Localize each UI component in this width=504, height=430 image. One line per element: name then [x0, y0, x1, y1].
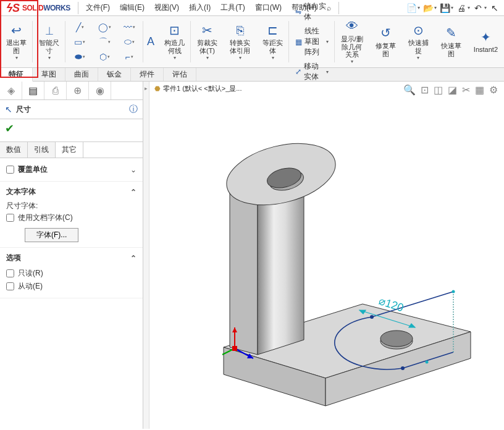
- repair-sketch-button[interactable]: ↺ 修复草 图: [373, 25, 398, 59]
- subtab-value[interactable]: 数值: [0, 142, 28, 158]
- tab-evaluate[interactable]: 评估: [164, 68, 196, 81]
- exit-sketch-icon: ↩: [9, 23, 24, 38]
- convert-label: 转换实 体引用: [230, 39, 250, 54]
- construction-icon: ⊡: [167, 23, 182, 38]
- svg-point-12: [370, 315, 374, 319]
- subtab-leader[interactable]: 引线: [28, 142, 56, 158]
- svg-point-8: [380, 331, 413, 347]
- model-viewport[interactable]: ⌀120: [149, 82, 504, 429]
- mirror-entities-button[interactable]: ⇋ 镜向实体: [293, 0, 331, 23]
- qat-new-button[interactable]: 📄: [405, 1, 421, 15]
- slot-tool[interactable]: ⬬: [69, 50, 90, 64]
- readonly-checkbox[interactable]: [6, 269, 14, 277]
- menu-edit[interactable]: 编辑(E): [115, 0, 149, 15]
- font-button[interactable]: 字体(F)...: [25, 228, 78, 242]
- qat-undo-button[interactable]: ↶: [471, 1, 488, 15]
- logo-solid-text: SOLID: [22, 4, 43, 12]
- ok-button[interactable]: ✔: [5, 122, 14, 135]
- new-file-icon: 📄: [406, 2, 417, 14]
- tree-tab-display[interactable]: ◉: [89, 82, 111, 99]
- tree-tab-dimexpert[interactable]: ⊕: [67, 82, 89, 99]
- polygon-tool[interactable]: ⬡: [94, 50, 115, 64]
- rapid-label: 快速草 图: [441, 42, 461, 57]
- trim-label: 剪裁实 体(T): [197, 39, 217, 54]
- options-chevron-icon[interactable]: ⌃: [130, 254, 136, 263]
- circle-tool[interactable]: ◯: [94, 20, 115, 34]
- rapid-sketch-button[interactable]: ✎ 快速草 图: [439, 25, 464, 59]
- svg-rect-24: [232, 346, 237, 351]
- instant2d-button[interactable]: ✦ Instant2: [471, 28, 500, 55]
- convert-icon: ⎘: [233, 23, 248, 38]
- panel-help-icon[interactable]: ⓘ: [129, 104, 138, 115]
- text-tool[interactable]: A: [147, 35, 154, 48]
- linear-pattern-button[interactable]: ▦ 线性草图阵列 ▾: [293, 25, 331, 59]
- rapid-icon: ✎: [443, 26, 458, 41]
- snap-label: 快速捕 捉: [408, 39, 429, 54]
- menu-file[interactable]: 文件(F): [81, 0, 115, 15]
- trim-button[interactable]: ✂ 剪裁实 体(T): [195, 22, 220, 61]
- tree-tab-feature[interactable]: ◈: [0, 82, 22, 99]
- text-font-chevron-icon[interactable]: ⌃: [130, 188, 136, 196]
- quick-snap-button[interactable]: ⊙ 快速捕 捉: [406, 22, 431, 61]
- text-font-heading: 文本字体: [6, 187, 36, 197]
- menu-insert[interactable]: 插入(I): [184, 0, 216, 15]
- exit-sketch-button[interactable]: ↩ 退出草 图: [4, 22, 29, 61]
- tree-tab-config[interactable]: ⎙: [44, 82, 67, 99]
- fillet-tool[interactable]: ⌐: [119, 50, 140, 64]
- snap-icon: ⊙: [411, 23, 426, 38]
- logo-works-text: WORKS: [43, 4, 70, 12]
- undo-icon: ↶: [472, 2, 484, 14]
- rectangle-tool[interactable]: ▭: [69, 35, 90, 49]
- offset-label: 等距实 体: [262, 39, 283, 54]
- offset-entities-button[interactable]: ⊏ 等距实 体: [260, 22, 285, 61]
- instant-label: Instant2: [474, 46, 498, 54]
- menu-tools[interactable]: 工具(T): [216, 0, 250, 15]
- move-entities-button[interactable]: ⤢ 移动实体 ▾: [293, 60, 331, 83]
- tab-feature[interactable]: 特征: [0, 68, 33, 82]
- subtab-other[interactable]: 其它: [56, 142, 83, 158]
- tree-tab-property[interactable]: ▤: [22, 82, 44, 99]
- tab-surface[interactable]: 曲面: [65, 68, 98, 81]
- collapse-arrow-icon: ▸: [145, 85, 148, 91]
- ellipse-tool[interactable]: ⬭: [119, 35, 140, 49]
- svg-point-15: [452, 290, 455, 293]
- offset-icon: ⊏: [266, 23, 280, 38]
- relations-label: 显示/删 除几何 关系: [341, 35, 363, 59]
- readonly-label: 只读(R): [18, 268, 43, 279]
- pattern-icon: ▦: [295, 38, 302, 46]
- panel-collapse-handle[interactable]: ▸: [143, 82, 149, 429]
- use-doc-font-label: 使用文档字体(C): [18, 213, 73, 223]
- open-icon: 📂: [422, 2, 434, 14]
- app-logo: ϟS SOLIDWORKS: [0, 0, 75, 15]
- tab-weldment[interactable]: 焊件: [131, 68, 164, 81]
- override-units-chevron-icon[interactable]: ⌄: [130, 166, 136, 174]
- menu-window[interactable]: 窗口(W): [250, 0, 287, 15]
- tab-sketch[interactable]: 草图: [33, 68, 65, 81]
- qat-open-button[interactable]: 📂: [421, 1, 438, 15]
- exit-sketch-label: 退出草 图: [6, 39, 27, 54]
- tab-sheet-metal[interactable]: 钣金: [98, 68, 131, 81]
- pattern-label: 线性草图阵列: [304, 26, 324, 57]
- qat-select-button[interactable]: ↖: [488, 1, 502, 15]
- move-label: 移动实体: [304, 61, 324, 82]
- panel-title: 尺寸: [16, 104, 129, 115]
- repair-label: 修复草 图: [376, 42, 396, 57]
- driven-checkbox[interactable]: [6, 282, 14, 290]
- display-relations-button[interactable]: 👁 显示/删 除几何 关系: [338, 18, 366, 65]
- override-units-checkbox[interactable]: [6, 166, 14, 174]
- spline-tool[interactable]: 〰: [119, 20, 140, 34]
- qat-save-button[interactable]: 💾: [438, 1, 455, 15]
- instant-icon: ✦: [478, 30, 493, 44]
- qat-print-button[interactable]: 🖨: [455, 1, 471, 15]
- menu-view[interactable]: 视图(V): [149, 0, 184, 15]
- smart-dimension-icon: ⟂: [42, 23, 57, 38]
- line-tool[interactable]: ╱: [69, 20, 90, 34]
- construction-geometry-button[interactable]: ⊡ 构造几 何线: [162, 22, 187, 61]
- convert-entities-button[interactable]: ⎘ 转换实 体引用: [227, 22, 253, 61]
- arc-tool[interactable]: ⌒: [94, 35, 115, 49]
- override-units-label: 覆盖单位: [18, 164, 48, 175]
- relations-icon: 👁: [345, 19, 359, 34]
- use-doc-font-checkbox[interactable]: [6, 214, 14, 222]
- svg-point-14: [426, 361, 429, 364]
- smart-dimension-button[interactable]: ⟂ 智能尺 寸: [36, 22, 62, 61]
